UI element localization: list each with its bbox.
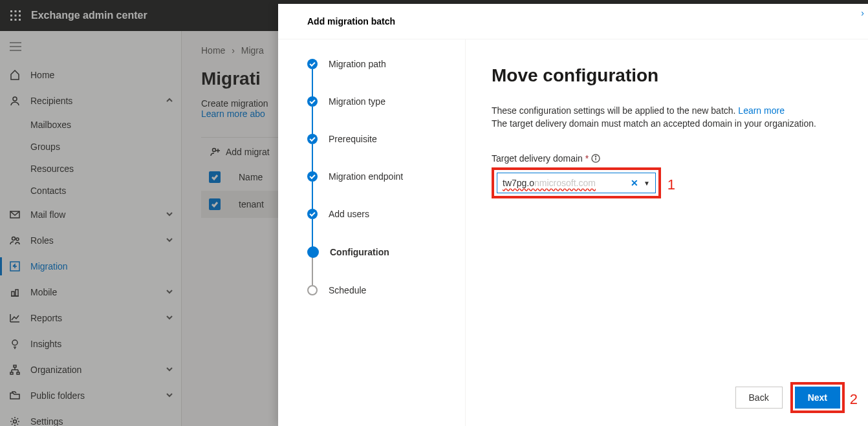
clear-icon[interactable]: ✕	[631, 178, 638, 188]
annotation-box-2: 2 Next	[790, 382, 845, 413]
target-domain-combobox[interactable]: tw7pg.onmicrosoft.com ✕ ▼	[497, 173, 656, 193]
back-button[interactable]: Back	[735, 387, 783, 409]
step-migration-type[interactable]: Migration type	[307, 96, 452, 107]
step-add-users[interactable]: Add users	[307, 209, 452, 219]
learn-more-link[interactable]: Learn more	[738, 105, 785, 116]
wizard-stepper: Migration path Migration type Prerequisi…	[278, 39, 466, 426]
svg-point-37	[596, 156, 596, 156]
content-heading: Move configuration	[492, 65, 842, 86]
chevron-down-icon[interactable]: ▼	[644, 180, 650, 187]
target-domain-value: tw7pg.onmicrosoft.com	[503, 178, 631, 188]
annotation-number-2: 2	[850, 391, 858, 408]
panel-title: Add migration batch	[278, 4, 868, 39]
panel-resize-icon[interactable]: ›	[861, 8, 864, 18]
annotation-number-1: 1	[667, 176, 675, 193]
step-prerequisite[interactable]: Prerequisite	[307, 134, 452, 144]
annotation-box-1: 1 tw7pg.onmicrosoft.com ✕ ▼	[492, 167, 661, 198]
target-domain-label: Target delivery domain *	[492, 153, 842, 164]
step-configuration[interactable]: Configuration	[307, 246, 452, 258]
step-migration-path[interactable]: Migration path	[307, 59, 452, 69]
info-icon[interactable]	[591, 154, 600, 163]
content-description: These configuration settings will be app…	[492, 104, 842, 130]
next-button[interactable]: Next	[795, 387, 840, 409]
step-migration-endpoint[interactable]: Migration endpoint	[307, 171, 452, 182]
step-schedule[interactable]: Schedule	[307, 285, 452, 295]
add-migration-batch-panel: › Add migration batch Migration path Mig…	[278, 4, 868, 426]
